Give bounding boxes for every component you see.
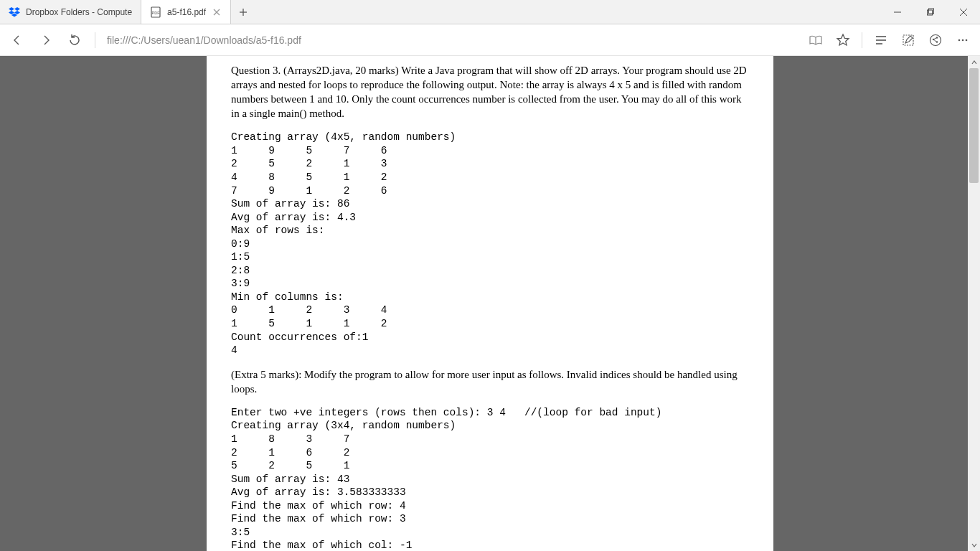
code-block-1: Creating array (4x5, random numbers) 1 9… — [231, 131, 749, 357]
extra-credit-text: (Extra 5 marks): Modify the program to a… — [231, 367, 749, 396]
more-icon[interactable] — [950, 27, 976, 53]
reading-view-icon[interactable] — [803, 27, 829, 53]
pdf-page: Question 3. (Arrays2D.java, 20 marks) Wr… — [207, 56, 773, 551]
url-text: file:///C:/Users/uean1/Downloads/a5-f16.… — [107, 34, 301, 46]
pdf-viewport: Question 3. (Arrays2D.java, 20 marks) Wr… — [0, 56, 980, 551]
tab-dropbox[interactable]: Dropbox Folders - Compute — [0, 0, 141, 24]
minimize-button[interactable] — [881, 0, 914, 24]
separator — [95, 32, 95, 48]
separator — [862, 32, 862, 48]
question3-text: Question 3. (Arrays2D.java, 20 marks) Wr… — [231, 63, 749, 121]
dropbox-icon — [9, 6, 20, 18]
close-window-button[interactable] — [947, 0, 980, 24]
url-input[interactable]: file:///C:/Users/uean1/Downloads/a5-f16.… — [103, 29, 800, 52]
close-tab-icon[interactable] — [212, 7, 222, 17]
webnote-icon[interactable] — [895, 27, 921, 53]
window-controls — [881, 0, 980, 24]
back-button[interactable] — [4, 27, 30, 53]
maximize-button[interactable] — [914, 0, 947, 24]
pdf-icon: PDF — [150, 6, 161, 18]
favorite-icon[interactable] — [830, 27, 856, 53]
svg-rect-12 — [928, 10, 933, 15]
tab-bar: Dropbox Folders - Compute PDF a5-f16.pdf — [0, 0, 980, 24]
address-bar: file:///C:/Users/uean1/Downloads/a5-f16.… — [0, 24, 980, 56]
svg-line-26 — [934, 39, 936, 42]
scroll-down-button[interactable] — [968, 539, 980, 551]
svg-point-28 — [962, 39, 964, 41]
tab-title: a5-f16.pdf — [167, 7, 206, 17]
svg-marker-2 — [9, 11, 14, 14]
code-block-2: Enter two +ve integers (rows then cols):… — [231, 406, 749, 551]
scroll-thumb[interactable] — [969, 68, 979, 183]
svg-point-21 — [930, 34, 941, 45]
refresh-button[interactable] — [62, 27, 88, 53]
tab-pdf[interactable]: PDF a5-f16.pdf — [141, 0, 231, 24]
share-icon[interactable] — [923, 27, 948, 53]
tab-title: Dropbox Folders - Compute — [26, 7, 132, 17]
forward-button[interactable] — [33, 27, 59, 53]
svg-marker-3 — [14, 11, 20, 14]
svg-marker-16 — [837, 34, 849, 45]
scroll-up-button[interactable] — [968, 56, 980, 68]
svg-rect-13 — [929, 9, 934, 14]
toolbar-right — [803, 27, 976, 53]
svg-marker-4 — [11, 13, 17, 17]
svg-point-29 — [966, 39, 968, 41]
hub-icon[interactable] — [868, 27, 894, 53]
svg-marker-1 — [14, 7, 20, 11]
svg-text:PDF: PDF — [152, 11, 161, 15]
svg-point-27 — [958, 39, 961, 41]
new-tab-button[interactable] — [231, 0, 255, 24]
svg-marker-0 — [9, 7, 14, 11]
svg-line-25 — [934, 38, 936, 39]
vertical-scrollbar[interactable] — [968, 56, 980, 551]
